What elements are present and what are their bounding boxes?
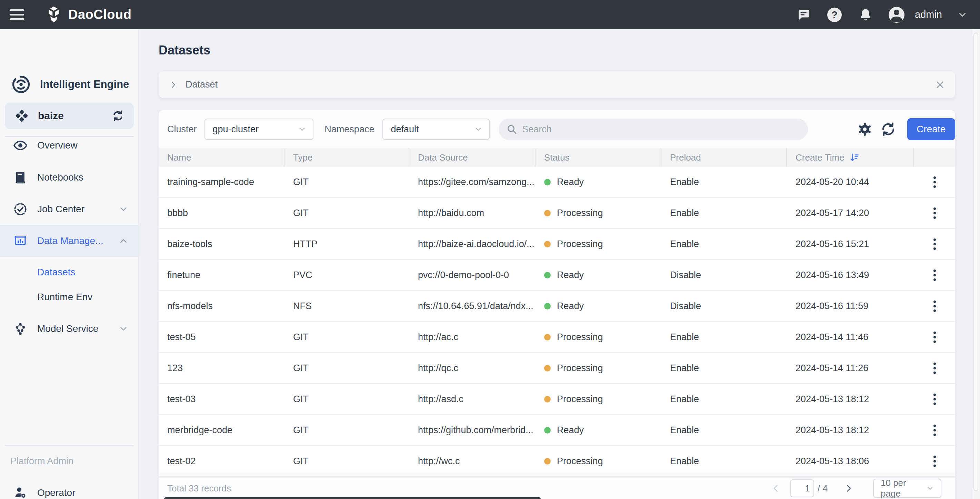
row-actions-kebab-icon[interactable]	[931, 267, 939, 284]
close-icon[interactable]	[934, 79, 945, 90]
help-icon[interactable]: ?	[827, 7, 842, 23]
sidebar-divider	[5, 445, 134, 446]
bottom-overlay-edge	[164, 497, 541, 499]
row-actions-kebab-icon[interactable]	[931, 236, 939, 253]
row-actions-kebab-icon[interactable]	[931, 329, 939, 346]
table-row[interactable]: 123 GIT http://qc.c Processing Enable 20…	[159, 353, 955, 384]
daocloud-logo-icon	[44, 5, 64, 24]
status-label: Ready	[557, 270, 584, 281]
dataset-status: Processing	[536, 394, 661, 405]
switch-workspace-icon[interactable]	[111, 109, 125, 123]
column-header-data-source[interactable]: Data Source	[409, 148, 536, 167]
table-row[interactable]: finetune PVC pvc://0-demo-pool-0-0 Ready…	[159, 260, 955, 291]
dataset-create-time: 2024-05-16 13:49	[787, 270, 914, 281]
search-input[interactable]	[522, 124, 791, 135]
row-actions-kebab-icon[interactable]	[931, 453, 939, 470]
notification-bell-icon[interactable]	[858, 7, 873, 23]
page-scrollbar[interactable]	[972, 29, 980, 499]
row-actions-kebab-icon[interactable]	[931, 205, 939, 222]
table-row[interactable]: test-05 GIT http://ac.c Processing Enabl…	[159, 322, 955, 353]
sidebar-item-runtime-env[interactable]: Runtime Env	[0, 284, 139, 310]
next-page-icon[interactable]	[843, 483, 854, 494]
dataset-type: GIT	[285, 456, 409, 467]
user-avatar[interactable]	[889, 7, 904, 23]
sidebar-item-notebooks[interactable]: Notebooks	[0, 162, 139, 193]
dataset-create-time: 2024-05-13 18:12	[787, 425, 914, 435]
dataset-source: http://asd.c	[409, 394, 536, 405]
column-header-preload[interactable]: Preload	[661, 148, 787, 167]
brand-logo[interactable]: DaoCloud	[44, 5, 131, 24]
page-total: / 4	[818, 483, 827, 494]
workspace-selector[interactable]: baize	[5, 103, 134, 129]
dataset-name: test-02	[159, 456, 285, 467]
scrollbar-thumb[interactable]	[974, 33, 978, 491]
table-row[interactable]: test-02 GIT http://wc.c Processing Enabl…	[159, 446, 955, 477]
namespace-select-value: default	[391, 124, 418, 135]
table-row[interactable]: bbbb GIT http://baidu.com Processing Ena…	[159, 198, 955, 229]
sidebar-item-operator[interactable]: Operator	[0, 477, 139, 499]
column-header-status[interactable]: Status	[536, 148, 661, 167]
status-label: Ready	[557, 301, 584, 311]
operator-icon	[13, 486, 28, 499]
row-actions-kebab-icon[interactable]	[931, 360, 939, 377]
per-page-select[interactable]: 10 per page	[873, 479, 941, 498]
status-label: Processing	[557, 208, 603, 218]
search-box	[499, 119, 808, 140]
table-row[interactable]: test-03 GIT http://asd.c Processing Enab…	[159, 384, 955, 415]
column-header-type[interactable]: Type	[285, 148, 409, 167]
column-header-create-time[interactable]: Create Time	[787, 148, 914, 167]
dataset-type: GIT	[285, 363, 409, 373]
dataset-status: Ready	[536, 425, 661, 435]
column-header-name[interactable]: Name	[159, 148, 285, 167]
prev-page-icon[interactable]	[771, 483, 781, 494]
sidebar-item-datasets[interactable]: Datasets	[0, 260, 139, 284]
sidebar-item-overview[interactable]: Overview	[0, 130, 139, 161]
dataset-source: nfs://10.64.65.91/data/ndx...	[409, 301, 536, 311]
refresh-icon[interactable]	[880, 121, 896, 137]
username[interactable]: admin	[915, 9, 942, 20]
sidebar: Intelligent Engine baize Overview	[0, 29, 139, 499]
dataset-source: pvc://0-demo-pool-0-0	[409, 270, 536, 281]
dataset-preload: Enable	[661, 456, 787, 467]
workspace-name: baize	[38, 110, 64, 122]
dataset-create-time: 2024-05-20 10:44	[787, 177, 914, 188]
dataset-type: PVC	[285, 270, 409, 281]
create-button[interactable]: Create	[907, 118, 955, 140]
dataset-source: https://github.com/merbrid...	[409, 425, 536, 435]
row-actions-kebab-icon[interactable]	[931, 391, 939, 408]
row-actions-kebab-icon[interactable]	[931, 174, 939, 191]
table-row[interactable]: nfs-models NFS nfs://10.64.65.91/data/nd…	[159, 291, 955, 322]
dataset-status: Processing	[536, 363, 661, 373]
dataset-status: Processing	[536, 332, 661, 343]
breadcrumb[interactable]: Dataset	[159, 72, 955, 98]
sidebar-item-data-management[interactable]: Data Manage...	[0, 225, 139, 257]
dataset-source: https://gitee.com/samzong...	[409, 177, 536, 188]
dataset-preload: Disable	[661, 301, 787, 311]
row-actions-kebab-icon[interactable]	[931, 422, 939, 439]
dataset-name: nfs-models	[159, 301, 285, 311]
dataset-preload: Enable	[661, 239, 787, 249]
page-number-input[interactable]	[790, 479, 814, 497]
settings-gear-icon[interactable]	[857, 121, 873, 137]
table-row[interactable]: merbridge-code GIT https://github.com/me…	[159, 415, 955, 446]
row-actions-kebab-icon[interactable]	[931, 298, 939, 315]
dataset-source: http://baize-ai.daocloud.io/...	[409, 239, 536, 249]
user-menu-chevron-down-icon[interactable]	[957, 10, 967, 20]
book-icon	[13, 170, 28, 185]
table-row[interactable]: baize-tools HTTP http://baize-ai.daoclou…	[159, 229, 955, 260]
status-label: Ready	[557, 425, 584, 435]
table-row[interactable]: training-sample-code GIT https://gitee.c…	[159, 167, 955, 198]
sort-descending-icon[interactable]	[849, 152, 860, 163]
breadcrumb-label: Dataset	[186, 79, 218, 90]
dataset-source: http://baidu.com	[409, 208, 536, 218]
dataset-status: Ready	[536, 301, 661, 311]
feedback-icon[interactable]	[795, 7, 811, 23]
sidebar-item-job-center[interactable]: Job Center	[0, 193, 139, 225]
chevron-right-icon	[169, 80, 178, 89]
dataset-name: test-05	[159, 332, 285, 343]
cluster-select[interactable]: gpu-cluster	[204, 119, 314, 140]
dataset-preload: Disable	[661, 270, 787, 281]
namespace-select[interactable]: default	[382, 119, 490, 140]
hamburger-menu-icon[interactable]	[10, 7, 30, 23]
sidebar-item-model-service[interactable]: Model Service	[0, 313, 139, 345]
